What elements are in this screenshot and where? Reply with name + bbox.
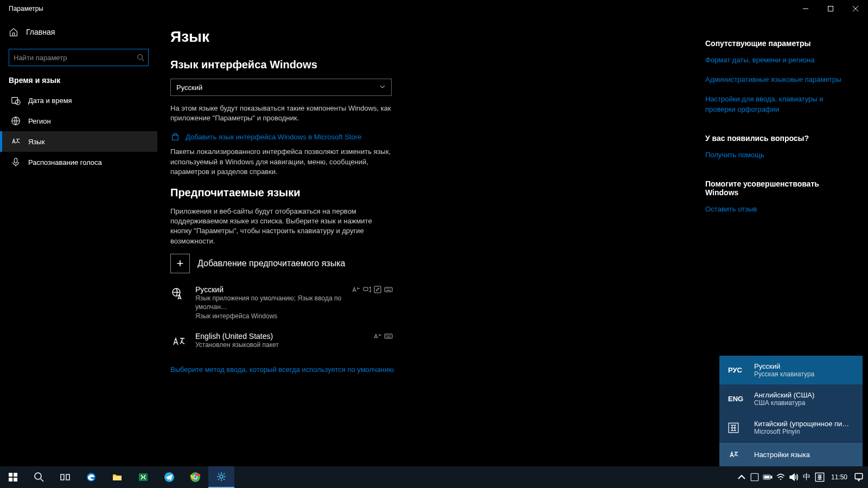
task-view-button[interactable] [52,466,78,488]
ime-language-settings[interactable]: Настройки языка [719,442,863,466]
ime-item-english[interactable]: ENG Английский (США) США клавиатура [719,384,863,413]
related-link-admin-lang[interactable]: Административные языковые параметры [705,75,846,85]
minimize-button[interactable] [793,0,818,17]
svg-rect-15 [386,290,391,291]
keyboard-icon [384,285,393,294]
language-pack-icon [170,286,188,304]
tray-action-center-icon[interactable] [854,472,864,482]
svg-rect-25 [14,473,17,477]
tray-chevron-up-icon[interactable] [737,472,746,482]
language-settings-icon [728,449,744,460]
handwriting-icon [373,285,382,294]
related-link-input-settings[interactable]: Настройки для ввода, клавиатуры и провер… [705,94,846,114]
globe-icon [11,116,21,126]
language-features [373,332,393,341]
ime-name: Китайский (упрощенное пи… [754,420,854,428]
language-icon [11,137,21,146]
display-language-dropdown[interactable]: Русский [170,79,392,96]
ime-name: Русский [754,362,854,370]
svg-point-1 [138,55,143,60]
related-link-date-format[interactable]: Формат даты, времени и региона [705,55,846,65]
language-name: English (United States) [195,332,366,341]
preferred-languages-header: Предпочитаемые языки [170,187,561,199]
keyboard-icon [384,332,393,341]
display-language-desc: На этом языке будут показываться такие к… [170,104,393,123]
sidebar-item-speech[interactable]: Распознавание голоса [0,152,157,172]
taskbar-app-excel[interactable] [130,466,156,488]
ime-name: Английский (США) [754,391,854,399]
sidebar-item-label: Регион [28,117,51,125]
tray-ime-mode-icon[interactable] [815,472,825,482]
svg-rect-20 [389,335,390,336]
dropdown-value: Русский [176,84,202,92]
tray-clock[interactable]: 11:50 [828,473,851,481]
taskbar-app-settings[interactable] [208,466,234,488]
page-title: Язык [170,28,561,46]
svg-rect-14 [390,288,391,289]
gear-icon [216,471,227,482]
add-language-button[interactable]: + Добавление предпочитаемого языка [170,254,561,273]
language-name: Русский [195,285,344,294]
language-pack-icon [170,333,188,350]
store-link-text: Добавить язык интерфейса Windows в Micro… [186,133,361,141]
excel-icon [138,472,149,483]
plus-icon: + [170,254,190,273]
taskbar-app-edge[interactable] [78,466,104,488]
language-item-russian[interactable]: Русский Язык приложения по умолчанию; Яз… [170,280,393,326]
task-view-icon [60,472,71,483]
tray-ime-indicator[interactable]: 中 [802,472,812,482]
windows-icon [8,472,18,483]
microphone-icon [11,157,21,167]
svg-rect-32 [113,476,122,480]
text-to-speech-icon [373,332,382,341]
sidebar-section-header: Время и язык [0,76,157,90]
tray-battery-icon[interactable] [763,472,773,482]
get-help-link[interactable]: Получить помощь [705,150,846,160]
ime-sub: Microsoft Pinyin [754,428,854,435]
close-button[interactable] [843,0,868,17]
window-title: Параметры [9,5,43,12]
tray-wifi-icon[interactable] [776,472,786,482]
preferred-languages-desc: Приложения и веб-сайты будут отображатьс… [170,207,393,246]
svg-point-37 [194,476,197,479]
sidebar-item-label: Язык [28,138,44,146]
taskbar: 中 11:50 [0,466,868,488]
sidebar-item-datetime[interactable]: Дата и время [0,90,157,111]
feedback-header: Помогите усовершенствовать Windows [705,179,846,197]
ime-abbrev: ENG [728,395,744,403]
sidebar-item-language[interactable]: Язык [0,131,157,152]
start-button[interactable] [0,466,26,488]
ime-item-chinese[interactable]: Китайский (упрощенное пи… Microsoft Piny… [719,413,863,442]
search-button[interactable] [26,466,52,488]
svg-rect-18 [387,335,387,336]
search-wrap [0,49,157,66]
feedback-link[interactable]: Оставить отзыв [705,204,846,214]
folder-icon [112,472,123,483]
ime-item-russian[interactable]: РУС Русский Русская клавиатура [719,356,863,384]
svg-rect-8 [374,286,381,293]
tray-volume-icon[interactable] [789,472,799,482]
language-desc: Язык приложения по умолчанию; Язык ввода… [195,294,344,312]
maximize-button[interactable] [818,0,843,17]
sidebar-item-region[interactable]: Регион [0,111,157,131]
home-link[interactable]: Главная [0,22,157,42]
default-input-method-link[interactable]: Выберите метод ввода, который всегда исп… [170,365,561,374]
chrome-icon [190,472,201,483]
svg-rect-17 [386,335,386,336]
taskbar-app-telegram[interactable] [156,466,182,488]
language-item-english[interactable]: English (United States) Установлен языко… [170,326,393,356]
svg-rect-27 [14,478,17,481]
ime-settings-label: Настройки языка [754,451,854,459]
search-input[interactable] [9,49,149,66]
svg-rect-10 [386,288,386,289]
store-link[interactable]: Добавить язык интерфейса Windows в Micro… [170,132,561,142]
svg-rect-9 [385,287,392,292]
tray-people-icon[interactable] [750,472,760,482]
svg-rect-24 [9,473,12,477]
taskbar-app-chrome[interactable] [182,466,208,488]
taskbar-app-explorer[interactable] [104,466,130,488]
store-desc: Пакеты локализированного интерфейса позв… [170,147,393,177]
search-icon [34,472,44,483]
svg-rect-21 [390,335,391,336]
svg-rect-0 [828,7,833,11]
